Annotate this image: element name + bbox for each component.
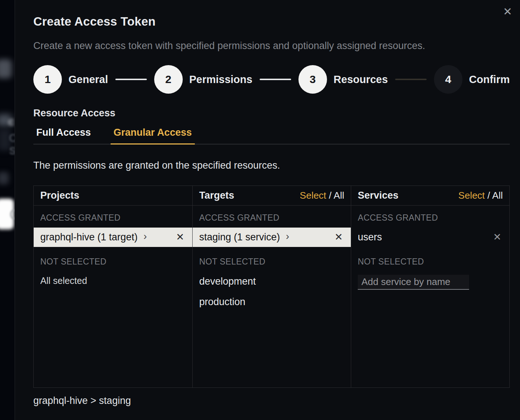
granted-service-label: users [358,232,382,243]
step-confirm[interactable]: 4 Confirm [434,65,510,94]
not-selected-label: NOT SELECTED [351,257,509,267]
not-selected-label: NOT SELECTED [34,257,192,267]
step-number: 1 [33,65,62,94]
background-page: c C S C [0,0,15,420]
step-number: 3 [298,65,327,94]
not-selected-label: NOT SELECTED [193,257,351,267]
access-granted-label: ACCESS GRANTED [351,213,509,223]
step-label: Confirm [469,74,510,86]
select-all-separator: / [326,190,334,201]
all-selected-note: All selected [34,275,192,286]
create-access-token-modal: ✕ Create Access Token Create a new acces… [15,0,520,420]
blurred-text-fragment: S [9,145,15,157]
granular-access-description: The permissions are granted on the speci… [33,160,510,171]
targets-column: Targets Select / All ACCESS GRANTED stag… [192,186,351,387]
granted-project-row[interactable]: graphql-hive (1 target) › ✕ [34,228,192,247]
blurred-sidebar-item [0,59,12,78]
blurred-text-fragment: c [8,115,15,128]
wizard-stepper: 1 General 2 Permissions 3 Resources 4 Co… [33,65,510,94]
target-option-development[interactable]: development [193,276,351,287]
services-column-header: Services Select / All [351,186,509,206]
modal-subtitle: Create a new access token with specified… [33,40,510,52]
column-title: Projects [40,190,79,201]
targets-column-header: Targets Select / All [193,186,351,206]
step-number: 4 [434,65,463,94]
remove-target-button[interactable]: ✕ [332,231,345,244]
step-label: General [68,74,108,86]
all-link[interactable]: All [334,190,344,201]
step-connector [260,79,291,80]
select-all-separator: / [485,190,492,201]
step-label: Resources [334,74,388,86]
access-mode-tabs: Full Access Granular Access [33,127,510,145]
blurred-sidebar-item [0,172,9,184]
access-granted-label: ACCESS GRANTED [34,213,192,223]
chevron-right-icon: › [286,231,289,241]
granted-target-label: staging (1 service) [199,232,280,243]
step-resources[interactable]: 3 Resources [298,65,388,94]
select-link[interactable]: Select [458,190,485,201]
step-label: Permissions [189,74,252,86]
resource-access-heading: Resource Access [33,108,510,119]
column-title: Targets [199,190,234,201]
step-number: 2 [154,65,183,94]
projects-column-header: Projects [34,186,192,206]
granted-service-row: users ✕ [351,228,509,247]
breadcrumb: graphql-hive > staging [33,395,510,406]
services-column: Services Select / All ACCESS GRANTED use… [351,186,509,387]
close-icon[interactable]: ✕ [500,4,515,19]
blurred-text-fragment: C [10,207,15,222]
blurred-text-fragment: C [9,132,15,145]
target-option-production[interactable]: production [193,296,351,308]
targets-select-all: Select / All [300,190,344,201]
tab-full-access[interactable]: Full Access [33,127,94,145]
granted-target-row[interactable]: staging (1 service) › ✕ [193,228,351,247]
select-link[interactable]: Select [300,190,326,201]
chevron-right-icon: › [144,231,147,241]
column-title: Services [358,190,398,201]
modal-title: Create Access Token [33,15,510,29]
step-connector [395,79,427,80]
granted-project-label: graphql-hive (1 target) [40,232,138,243]
resource-picker-table: Projects ACCESS GRANTED graphql-hive (1 … [33,185,510,388]
services-select-all: Select / All [458,190,503,201]
projects-column: Projects ACCESS GRANTED graphql-hive (1 … [34,186,192,387]
add-service-input[interactable] [358,275,469,290]
step-general[interactable]: 1 General [33,65,108,94]
tab-granular-access[interactable]: Granular Access [111,127,195,145]
remove-service-button[interactable]: ✕ [491,231,504,244]
step-connector [115,79,147,80]
access-granted-label: ACCESS GRANTED [193,213,351,223]
step-permissions[interactable]: 2 Permissions [154,65,252,94]
remove-project-button[interactable]: ✕ [174,231,186,244]
all-link[interactable]: All [492,190,503,201]
